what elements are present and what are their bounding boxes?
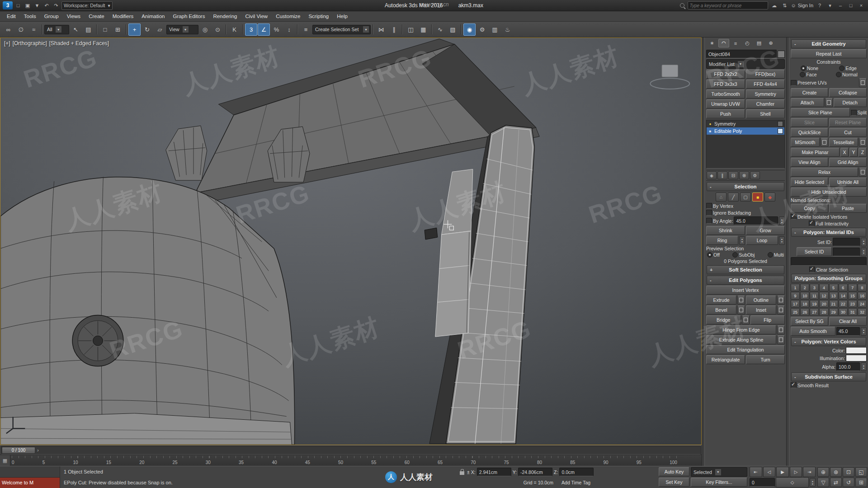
attach-list-button[interactable] — [825, 98, 833, 107]
save-file-icon[interactable]: ▼ — [33, 1, 41, 9]
menu-item[interactable]: Civil View — [241, 11, 272, 21]
outline-settings-button[interactable] — [777, 296, 785, 305]
modifier-set-button[interactable]: Shell — [746, 109, 785, 118]
cloud-icon[interactable]: ☁ — [770, 1, 778, 9]
stack-item-symmetry[interactable]: ● Symmetry — [707, 120, 784, 127]
reset-plane-button[interactable]: Reset Plane — [829, 118, 867, 127]
show-end-result-icon[interactable]: ∥ — [717, 171, 727, 179]
maximize-button[interactable]: □ — [847, 1, 855, 9]
bevel-button[interactable]: Bevel — [706, 305, 736, 314]
select-object-icon[interactable]: ↖ — [70, 23, 82, 36]
outline-button[interactable]: Outline — [746, 296, 776, 305]
modifier-set-button[interactable]: Symmetry — [746, 89, 785, 99]
select-by-name-icon[interactable]: ▤ — [82, 23, 94, 36]
select-by-sg-button[interactable]: Select By SG — [791, 317, 828, 326]
modifier-enable-toggle[interactable] — [778, 121, 783, 127]
redo-icon[interactable]: ↷ — [52, 1, 60, 9]
rollout-vertex-colors[interactable]: - Polygon: Vertex Colors — [791, 337, 866, 346]
planar-y-button[interactable]: Y — [849, 148, 858, 157]
menu-item[interactable]: Create — [85, 11, 108, 21]
smoothing-group-button[interactable]: 12 — [819, 292, 828, 300]
full-interactivity-checkbox[interactable] — [809, 221, 815, 226]
sync-icon[interactable]: ⇅ — [781, 1, 789, 9]
hinge-from-edge-button[interactable]: Hinge From Edge — [706, 325, 776, 334]
new-scene-icon[interactable]: □ — [14, 1, 22, 9]
help-icon[interactable]: ? — [816, 1, 824, 9]
layer-manager-icon[interactable]: ◫ — [405, 23, 417, 36]
listener-macro-row[interactable] — [0, 466, 60, 478]
z-coordinate-field[interactable]: 0.0cm — [559, 468, 594, 476]
bridge-button[interactable]: Bridge — [706, 315, 741, 324]
collapse-button[interactable]: Collapse — [829, 88, 867, 97]
menu-item[interactable]: Tools — [20, 11, 40, 21]
configure-modifier-sets-icon[interactable]: ⚙ — [750, 171, 760, 179]
paste-named-selection-button[interactable]: Paste — [829, 204, 867, 213]
menu-item[interactable]: Modifiers — [108, 11, 138, 21]
smoothing-group-button[interactable]: 14 — [839, 292, 848, 300]
listener-script-row[interactable]: Welcome to M — [0, 478, 60, 488]
graphite-ribbon-icon[interactable]: ▦ — [417, 23, 429, 36]
menu-item[interactable]: Edit — [3, 11, 20, 21]
grid-align-button[interactable]: Grid Align — [829, 158, 867, 167]
vertex-mode-icon[interactable]: ∴ — [716, 192, 726, 202]
relax-button[interactable]: Relax — [791, 168, 858, 177]
align-icon[interactable]: ∥ — [388, 23, 400, 36]
modifier-set-button[interactable]: FFD 3x3x3 — [706, 80, 745, 89]
edge-mode-icon[interactable]: ╱ — [728, 192, 739, 202]
menu-item[interactable]: Group — [40, 11, 63, 21]
planar-z-button[interactable]: Z — [859, 148, 867, 157]
alpha-spinner[interactable] — [861, 362, 867, 371]
current-frame-field[interactable]: 0 — [750, 478, 775, 487]
unlink-selection-icon[interactable]: ∅ — [15, 23, 27, 36]
loop-spinner[interactable] — [779, 236, 785, 245]
preview-off-radio[interactable] — [707, 252, 712, 258]
attach-button[interactable]: Attach — [791, 98, 824, 107]
extrude-along-spline-button[interactable]: Extrude Along Spline — [706, 335, 776, 344]
smoothing-group-button[interactable]: 5 — [829, 284, 838, 291]
edit-triangulation-button[interactable]: Edit Triangulation — [706, 345, 785, 354]
keyboard-shortcut-override-icon[interactable]: K — [228, 23, 241, 36]
modifier-set-button[interactable]: TurboSmooth — [706, 89, 745, 99]
extrude-button[interactable]: Extrude — [706, 296, 736, 305]
split-checkbox[interactable] — [851, 110, 857, 116]
menu-item[interactable]: Animation — [137, 11, 169, 21]
relax-settings-button[interactable] — [859, 168, 867, 177]
viewport-pov-menu[interactable]: [Orthographic] — [13, 40, 47, 47]
alpha-field[interactable]: 100.0 — [836, 362, 860, 371]
render-production-icon[interactable]: ♨ — [501, 23, 514, 36]
smoothing-group-button[interactable]: 27 — [810, 308, 819, 316]
named-selection-set-dropdown[interactable]: Create Selection Set ▾ — [312, 25, 371, 34]
smoothing-group-button[interactable]: 32 — [858, 308, 867, 316]
rollout-edit-polygons[interactable]: - Edit Polygons — [707, 276, 784, 285]
zoom-extents-icon[interactable]: ⊡ — [843, 467, 854, 477]
time-slider-handle[interactable]: 0 / 100 — [2, 447, 35, 454]
border-mode-icon[interactable]: ▢ — [740, 192, 751, 202]
window-crossing-icon[interactable]: ⊞ — [112, 23, 124, 36]
selection-set-key-dropdown[interactable]: Selected ▾ — [691, 467, 747, 477]
constraint-none-radio[interactable] — [801, 66, 806, 71]
front-sight-dial[interactable] — [72, 315, 123, 366]
menu-item[interactable]: Scripting — [304, 11, 333, 21]
auto-key-button[interactable]: Auto Key — [659, 467, 689, 476]
render-setup-icon[interactable]: ⚙ — [476, 23, 488, 36]
hinge-settings-button[interactable] — [777, 325, 785, 334]
x-coordinate-field[interactable]: 2.941cm — [477, 468, 511, 476]
smoothing-group-button[interactable]: 29 — [829, 308, 838, 316]
tab-motion[interactable]: ◴ — [742, 39, 753, 47]
go-to-end-icon[interactable]: ⇥ — [803, 467, 816, 477]
modifier-list-dropdown[interactable]: Modifier List ▾ — [706, 59, 785, 69]
modifier-set-button[interactable]: FFD(box) — [746, 70, 785, 79]
element-mode-icon[interactable]: ◆ — [764, 192, 775, 202]
lightbulb-icon[interactable]: ● — [708, 122, 712, 126]
bevel-settings-button[interactable] — [737, 305, 745, 314]
smoothing-group-button[interactable]: 31 — [848, 308, 857, 316]
select-and-rotate-icon[interactable]: ↻ — [141, 23, 153, 36]
menu-item[interactable]: Rendering — [209, 11, 241, 21]
smoothing-group-button[interactable]: 15 — [848, 292, 857, 300]
loop-button[interactable]: Loop — [746, 236, 778, 245]
hide-unselected-button[interactable]: Hide Unselected — [791, 188, 867, 197]
polygon-mode-icon[interactable]: ■ — [752, 192, 763, 202]
smoothing-group-button[interactable]: 21 — [829, 300, 838, 308]
viewport-shading-menu[interactable]: [Shaded + Edged Faces] — [49, 40, 109, 47]
viewport[interactable]: [+] [Orthographic] [Shaded + Edged Faces… — [0, 38, 702, 445]
